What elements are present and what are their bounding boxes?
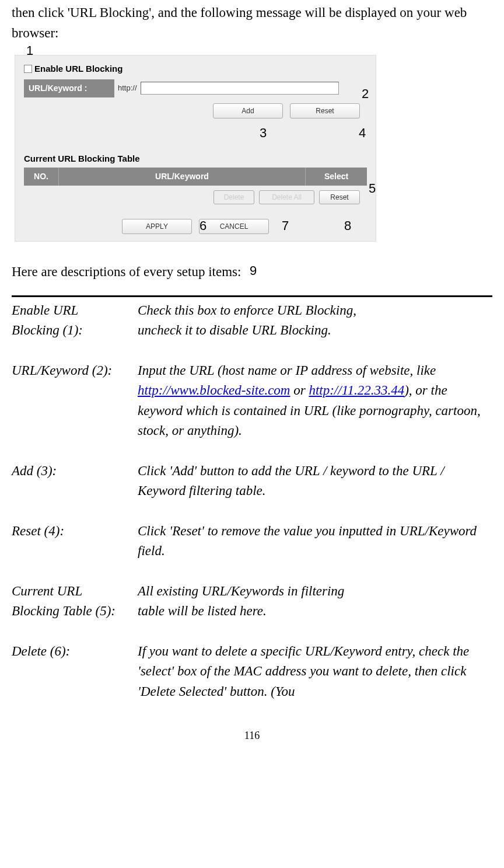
reset-button[interactable]: Reset — [290, 103, 360, 118]
item-label: Enable URL — [12, 301, 138, 321]
annotation-9: 9 — [250, 261, 257, 280]
item-desc: Click 'Reset' to remove the value you in… — [138, 521, 492, 562]
descriptions-table: Enable URL Check this box to enforce URL… — [12, 301, 492, 702]
th-select: Select — [306, 168, 367, 186]
item-label: Blocking (1): — [12, 320, 138, 341]
intro-paragraph: then click 'URL Blocking', and the follo… — [12, 3, 492, 43]
delete-button[interactable]: Delete — [214, 190, 254, 204]
url-keyword-input[interactable] — [141, 82, 339, 95]
current-table-title: Current URL Blocking Table — [24, 152, 367, 166]
item-desc: Input the URL (host name or IP address o… — [138, 361, 492, 441]
item-desc: All existing URL/Keywords in filtering — [138, 581, 492, 602]
reset-table-button[interactable]: Reset — [319, 190, 360, 204]
http-prefix-label: http:// — [114, 82, 141, 94]
annotation-5: 5 — [369, 179, 376, 198]
item-desc: table will be listed here. — [138, 601, 492, 622]
add-button[interactable]: Add — [213, 103, 283, 118]
item-label: Reset (4): — [12, 521, 138, 562]
example-link-2[interactable]: http://11.22.33.44 — [309, 383, 404, 398]
table-header-row: NO. URL/Keyword Select — [24, 168, 367, 186]
url-keyword-field-label: URL/Keyword : — [24, 79, 114, 97]
item-label: Blocking Table (5): — [12, 601, 138, 622]
horizontal-divider — [12, 295, 492, 297]
annotation-3: 3 — [260, 123, 267, 142]
item-desc: Check this box to enforce URL Blocking, — [138, 301, 492, 321]
example-link-1[interactable]: http://www.blocked-site.com — [138, 383, 290, 398]
page-number: 116 — [12, 728, 492, 744]
apply-button[interactable]: APPLY — [122, 219, 192, 234]
item-label: URL/Keyword (2): — [12, 361, 138, 441]
item-desc: If you want to delete a specific URL/Key… — [138, 642, 492, 702]
annotation-2: 2 — [362, 84, 369, 103]
enable-url-blocking-label: Enable URL Blocking — [34, 62, 123, 76]
annotation-6: 6 — [200, 216, 206, 235]
item-label: Delete (6): — [12, 642, 138, 702]
screenshot-container: 1 2 3 4 5 6 7 8 9 Enable URL Blocking UR… — [12, 55, 492, 242]
th-url-keyword: URL/Keyword — [59, 168, 306, 186]
annotation-7: 7 — [282, 216, 289, 235]
item-desc: uncheck it to disable URL Blocking. — [138, 320, 492, 341]
annotation-8: 8 — [344, 216, 351, 235]
th-no: NO. — [24, 168, 59, 186]
url-blocking-panel: Enable URL Blocking URL/Keyword : http:/… — [15, 55, 376, 242]
item-label: Add (3): — [12, 461, 138, 501]
delete-all-button[interactable]: Delete All — [259, 190, 314, 204]
item-label: Current URL — [12, 581, 138, 602]
item-desc: Click 'Add' button to add the URL / keyw… — [138, 461, 492, 501]
annotation-4: 4 — [359, 123, 366, 142]
annotation-1: 1 — [26, 41, 33, 60]
enable-url-blocking-checkbox[interactable] — [24, 65, 32, 73]
cancel-button[interactable]: CANCEL — [199, 219, 269, 234]
